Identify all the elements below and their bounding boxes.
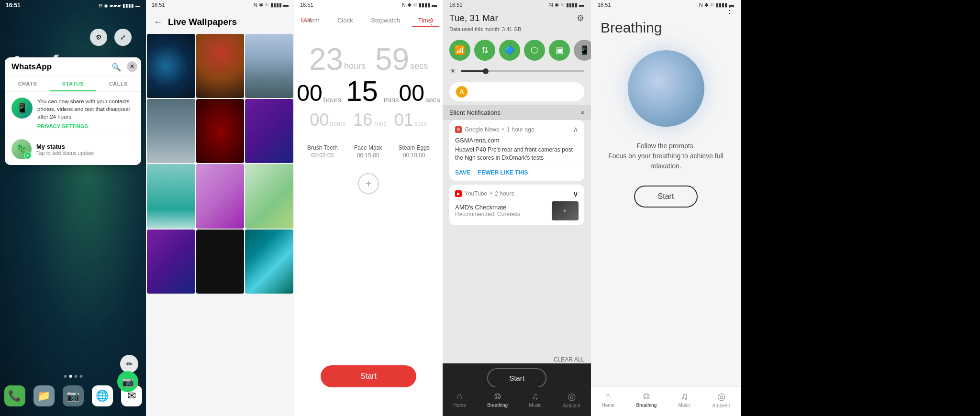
youtube-icon: ▶	[455, 190, 462, 197]
wallpaper-item-2[interactable]	[196, 34, 245, 98]
p5-nav-home[interactable]: ⌂ Home	[602, 391, 615, 408]
status-icons-p4: N ✱ ≋ ▮▮▮▮ ▬	[549, 2, 584, 8]
whatsapp-close-btn[interactable]: ✕	[127, 61, 137, 72]
wallpaper-item-10[interactable]	[147, 230, 195, 294]
p4-nav-home[interactable]: ⌂ Home	[453, 391, 466, 408]
p4-breathing-label: Breathing	[487, 403, 508, 408]
settings-icon[interactable]: ⚙	[577, 13, 584, 23]
start-timer-btn[interactable]: Start	[321, 365, 416, 387]
wa-status-info: My status Tap to add status update	[36, 143, 134, 156]
preset-steam-eggs[interactable]: Steam Eggs 00:10:00	[399, 144, 430, 159]
status-icons-p3: N ✱ ≋ ▮▮▮▮ ▬	[402, 2, 437, 8]
tab-chats[interactable]: CHATS	[5, 77, 50, 91]
p4-nav-music[interactable]: ♫ Music	[529, 391, 542, 408]
timer-hrs-unit: hours	[323, 96, 342, 104]
brightness-handle	[483, 68, 489, 74]
dock-camera-icon[interactable]: 📷	[63, 385, 84, 406]
yt-notif-header: ▶ YouTube • 2 hours ∨	[449, 185, 584, 201]
status-time-p2: 16:51	[152, 2, 165, 8]
tab-stopwatch[interactable]: Stopwatch	[365, 14, 406, 27]
yt-content: AMD's Checkmate Recommended: Coreteks ▶	[449, 201, 584, 225]
tab-timer[interactable]: Timer	[412, 14, 439, 27]
notif-source-label: Google News	[465, 126, 499, 133]
panel-clock: 16:51 N ✱ ≋ ▮▮▮▮ ▬ Edit ⋮ Alarm Clock St…	[294, 0, 443, 416]
clear-all-wrap: CLEAR ALL	[554, 355, 584, 363]
p4-home-icon: ⌂	[457, 391, 463, 402]
dot-2	[69, 375, 72, 378]
p4-nav-ambient[interactable]: ◎ Ambient	[563, 391, 580, 408]
date-row: Tue, 31 Mar ⚙	[443, 10, 591, 25]
close-notif-btn[interactable]: ×	[580, 109, 584, 116]
preset-1-time: 00:02:00	[307, 152, 338, 159]
p5-nav-music[interactable]: ♫ Music	[678, 391, 690, 408]
wallpaper-item-7[interactable]	[147, 164, 195, 228]
breathing-orb	[628, 50, 704, 127]
notif-header-gn: G Google News • 1 hour ago ∧	[449, 120, 584, 137]
toggle-wifi[interactable]: 📶	[449, 40, 470, 61]
back-btn[interactable]: ←	[154, 17, 162, 27]
toggle-phone[interactable]: 📱	[574, 40, 591, 61]
wallpaper-item-12[interactable]	[245, 230, 293, 294]
wallpaper-item-9[interactable]	[245, 164, 293, 228]
wa-privacy-link[interactable]: PRIVACY SETTINGS	[37, 123, 134, 129]
start-timer-label: Start	[360, 372, 377, 381]
dock-chrome-icon[interactable]: 🌐	[92, 385, 113, 406]
wallpaper-item-8[interactable]	[196, 164, 245, 228]
wa-add-status-icon: +	[24, 152, 32, 159]
status-time-p4: 16:51	[449, 2, 463, 8]
p4-start-btn[interactable]: Start	[487, 368, 546, 388]
wallpapers-header: ← Live Wallpapers	[146, 10, 294, 34]
yt-video-sub: Recommended: Coreteks	[455, 211, 547, 218]
p5-more-btn[interactable]: ⋮	[725, 5, 734, 15]
p5-nav-ambient[interactable]: ◎ Ambient	[713, 391, 730, 408]
yt-video-title: AMD's Checkmate	[455, 204, 547, 211]
toggle-data[interactable]: ⇅	[474, 40, 495, 61]
search-icon[interactable]: 🔍	[111, 63, 121, 72]
toggle-nfc[interactable]: ⬡	[524, 40, 545, 61]
brightness-slider[interactable]	[461, 70, 584, 72]
tab-calls[interactable]: CALLS	[96, 77, 141, 91]
p4-nav-breathing[interactable]: ☺ Breathing	[487, 391, 508, 408]
wallpaper-item-11[interactable]	[196, 230, 245, 294]
notif-actions: SAVE FEWER LIKE THIS	[449, 166, 584, 181]
silent-notif-label: Silent Notifications	[449, 109, 501, 116]
tab-status[interactable]: STATUS	[50, 77, 96, 91]
dock-files-icon[interactable]: 📁	[33, 385, 55, 406]
tab-clock[interactable]: Clock	[332, 14, 359, 27]
notif-expand-btn[interactable]: ∧	[573, 125, 579, 134]
breathing-start-btn[interactable]: Start	[634, 186, 698, 208]
p5-nav-breathing[interactable]: ☺ Breathing	[636, 391, 657, 408]
wallpaper-item-3[interactable]	[245, 34, 293, 98]
toggle-screencast[interactable]: ▣	[549, 40, 570, 61]
search-bar[interactable]: A	[449, 82, 584, 101]
whatsapp-my-status[interactable]: 🦎 + My status Tap to add status update	[5, 135, 141, 165]
dock-phone-icon[interactable]: 📞	[4, 385, 25, 406]
p5-start-wrap: Start	[591, 186, 741, 208]
fab-edit-btn[interactable]: ✏	[120, 355, 138, 373]
preset-face-mask[interactable]: Face Mask 00:15:00	[354, 144, 382, 159]
timer-secs-unit: secs	[410, 61, 428, 71]
expand-btn[interactable]: ⤢	[114, 29, 132, 46]
wallpaper-item-1[interactable]	[147, 34, 195, 98]
timer-hrs-00: 00	[297, 80, 322, 106]
wa-promo-content: You can now share with your contacts pho…	[37, 98, 134, 129]
fab-camera-btn[interactable]: 📷	[117, 371, 138, 392]
p4-start-label: Start	[509, 374, 524, 382]
settings-shortcut-btn[interactable]: ⚙	[90, 29, 107, 46]
yt-source-row: ▶ YouTube • 2 hours	[455, 190, 514, 197]
notif-save-btn[interactable]: SAVE	[455, 169, 470, 176]
clear-all-btn[interactable]: CLEAR ALL	[554, 356, 584, 363]
wallpaper-item-5[interactable]	[196, 99, 245, 163]
toggle-bluetooth[interactable]: 🔷	[499, 40, 520, 61]
wallpaper-item-4[interactable]	[147, 99, 195, 163]
notif-fewer-btn[interactable]: FEWER LIKE THIS	[478, 169, 528, 176]
add-timer-btn[interactable]: +	[358, 173, 379, 194]
timer-secs-unit2: secs	[425, 96, 440, 104]
preset-brush-teeth[interactable]: Brush Teeth 00:02:00	[307, 144, 338, 159]
tab-alarm[interactable]: Alarm	[298, 14, 325, 27]
yt-expand-btn[interactable]: ∨	[573, 189, 579, 198]
p4-music-label: Music	[529, 403, 542, 408]
p5-bottom-nav: ⌂ Home ☺ Breathing ♫ Music ◎ Ambient	[591, 386, 741, 416]
clock-tabs: Alarm Clock Stopwatch Timer	[294, 10, 443, 27]
wallpaper-item-6[interactable]	[245, 99, 293, 163]
